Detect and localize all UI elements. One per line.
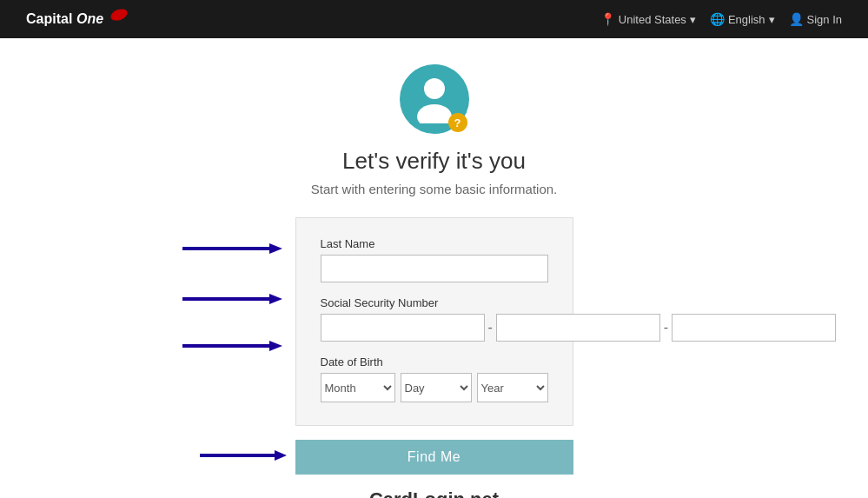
language-arrow-icon: ▾ xyxy=(769,13,775,26)
last-name-input[interactable] xyxy=(321,255,548,282)
year-select[interactable]: Year 200019991998 xyxy=(477,373,548,402)
svg-text:Capital: Capital xyxy=(26,11,72,26)
svg-point-2 xyxy=(109,7,129,23)
last-name-group: Last Name xyxy=(321,237,548,282)
dob-selects-row: Month JanuaryFebruaryMarch AprilMayJune … xyxy=(321,373,548,402)
last-name-label: Last Name xyxy=(321,237,548,250)
find-me-button[interactable]: Find Me xyxy=(295,440,573,475)
ssn-part1-input[interactable] xyxy=(321,314,485,342)
arrow-3 xyxy=(182,337,282,355)
ssn-part3-input[interactable] xyxy=(672,314,836,342)
avatar-question-badge: ? xyxy=(448,113,467,132)
header-logo[interactable]: Capital One xyxy=(26,6,130,32)
avatar-container: ? xyxy=(400,64,469,134)
cardlogin-banner: CardLogin.net xyxy=(369,488,499,498)
location-arrow-icon: ▾ xyxy=(690,13,696,26)
ssn-part2-input[interactable] xyxy=(496,314,660,342)
signin-text: Sign In xyxy=(807,13,842,26)
person-silhouette-icon xyxy=(413,75,456,123)
svg-text:One: One xyxy=(76,11,103,26)
ssn-separator-1: - xyxy=(488,320,493,335)
location-selector[interactable]: 📍 United States ▾ xyxy=(600,12,696,26)
location-text: United States xyxy=(619,13,686,26)
svg-point-3 xyxy=(424,78,445,99)
ssn-separator-2: - xyxy=(664,320,668,335)
ssn-group: Social Security Number - - xyxy=(321,296,548,342)
form-wrapper: Last Name Social Security Number - - Dat… xyxy=(295,217,573,426)
dob-group: Date of Birth Month JanuaryFebruaryMarch… xyxy=(321,355,548,402)
ssn-inputs-row: - - xyxy=(321,314,548,342)
capital-one-logo-icon: Capital One xyxy=(26,6,130,32)
svg-point-4 xyxy=(417,104,452,123)
page-title: Let's verify it's you xyxy=(342,148,526,175)
language-text: English xyxy=(728,13,765,26)
language-selector[interactable]: 🌐 English ▾ xyxy=(710,12,775,26)
page-subtitle: Start with entering some basic informati… xyxy=(311,182,557,196)
day-select[interactable]: Day 12345 678910 xyxy=(401,373,472,402)
arrow-2 xyxy=(182,290,282,308)
form-card: Last Name Social Security Number - - Dat… xyxy=(295,217,573,426)
find-me-arrow xyxy=(200,447,287,468)
main-content: ? Let's verify it's you Start with enter… xyxy=(0,38,868,498)
globe-icon: 🌐 xyxy=(710,12,725,26)
signin-link[interactable]: 👤 Sign In xyxy=(789,12,842,26)
svg-marker-6 xyxy=(269,243,282,254)
location-icon: 📍 xyxy=(600,12,615,26)
header-right: 📍 United States ▾ 🌐 English ▾ 👤 Sign In xyxy=(600,12,842,26)
dob-label: Date of Birth xyxy=(321,355,548,369)
site-header: Capital One 📍 United States ▾ 🌐 English … xyxy=(0,0,868,38)
person-icon: 👤 xyxy=(789,12,804,26)
arrow-1 xyxy=(182,240,282,257)
svg-marker-8 xyxy=(269,294,282,304)
month-select[interactable]: Month JanuaryFebruaryMarch AprilMayJune … xyxy=(321,373,395,402)
button-area: Find Me xyxy=(295,440,573,475)
ssn-label: Social Security Number xyxy=(321,296,548,309)
svg-marker-10 xyxy=(269,341,282,351)
svg-marker-12 xyxy=(275,450,287,461)
